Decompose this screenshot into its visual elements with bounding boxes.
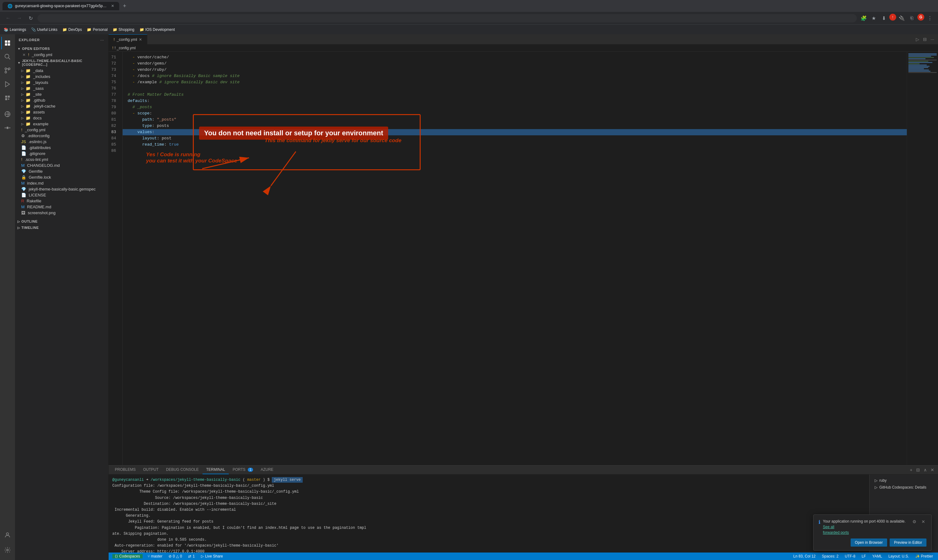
new-tab-button[interactable]: + bbox=[120, 2, 129, 11]
folder-data[interactable]: ▷ 📁 _data bbox=[15, 68, 108, 74]
terminal-tab-azure[interactable]: AZURE bbox=[257, 466, 277, 474]
file-config[interactable]: ! _config.yml bbox=[15, 127, 108, 133]
folder-sass[interactable]: ▷ 📁 _sass bbox=[15, 85, 108, 91]
open-editors-header[interactable]: ▼ OPEN EDITORS bbox=[15, 46, 108, 52]
back-button[interactable]: ← bbox=[4, 14, 12, 22]
errors-status[interactable]: ⊘ 0 △ 0 bbox=[167, 554, 183, 558]
address-bar[interactable]: guneycansanli-glowing-space-parakeet-rpx… bbox=[37, 14, 857, 22]
file-gemspec[interactable]: 💎 jekyll-theme-basically-basic.gemspec bbox=[15, 186, 108, 192]
explorer-icon[interactable] bbox=[1, 37, 14, 49]
menu-icon[interactable]: ⋮ bbox=[926, 14, 934, 22]
terminal-split-button[interactable]: ⊟ bbox=[915, 467, 921, 473]
file-scss-lint[interactable]: ! .scss-lint.yml bbox=[15, 157, 108, 162]
live-share-status[interactable]: ▷ Live Share bbox=[200, 554, 224, 558]
run-button[interactable]: ▷ bbox=[915, 36, 921, 42]
terminal-tab-output[interactable]: OUTPUT bbox=[139, 466, 162, 474]
file-screenshot[interactable]: 🖼 screenshot.png bbox=[15, 210, 108, 216]
folder-docs[interactable]: ▷ 📁 docs bbox=[15, 115, 108, 121]
accounts-activity-icon[interactable] bbox=[1, 529, 14, 541]
sidebar-more-actions[interactable]: ··· bbox=[100, 37, 105, 43]
file-gemfile[interactable]: 💎 Gemfile bbox=[15, 168, 108, 174]
branch-status[interactable]: ⑂ master bbox=[147, 554, 164, 558]
file-index[interactable]: M index.md bbox=[15, 180, 108, 186]
sync-status[interactable]: ⇄ 1 bbox=[187, 554, 196, 558]
file-gemfile-lock[interactable]: 🔒 Gemfile.lock bbox=[15, 174, 108, 180]
tab-close[interactable]: ✕ bbox=[139, 37, 142, 42]
terminal-tab-terminal[interactable]: TERMINAL bbox=[202, 466, 229, 474]
outline-header[interactable]: ▷ OUTLINE bbox=[15, 218, 108, 225]
file-gitattributes[interactable]: 📄 .gitattributes bbox=[15, 145, 108, 151]
file-gitignore[interactable]: 📄 .gitignore bbox=[15, 151, 108, 157]
folder-github[interactable]: ▷ 📁 .github bbox=[15, 97, 108, 103]
notification-settings-button[interactable]: ⚙ bbox=[911, 518, 918, 525]
downloads-icon[interactable]: ⬇ bbox=[879, 14, 888, 22]
bookmark-shopping[interactable]: 📁 Shopping bbox=[113, 28, 134, 32]
notification-close-button[interactable]: ✕ bbox=[920, 518, 926, 525]
bookmark-ios[interactable]: 📁 IOS Development bbox=[139, 28, 175, 32]
open-editor-close-icon[interactable]: ✕ bbox=[22, 53, 26, 57]
more-actions-button[interactable]: ··· bbox=[929, 36, 935, 42]
timeline-header[interactable]: ▷ TIMELINE bbox=[15, 225, 108, 231]
terminal-add-button[interactable]: + bbox=[909, 467, 914, 473]
bookmark-icon[interactable]: ★ bbox=[869, 14, 878, 22]
git-activity-icon[interactable] bbox=[1, 122, 14, 134]
terminal-codespaces-item[interactable]: ▷ GitHub Codespaces: Details bbox=[872, 484, 935, 491]
layout-status[interactable]: Layout: U.S. bbox=[887, 554, 910, 558]
extensions-icon[interactable]: 🧩 bbox=[859, 14, 868, 22]
cursor-position-status[interactable]: Ln 83, Col 12 bbox=[792, 554, 817, 558]
project-header[interactable]: ▼ JEKYLL-THEME-BASICALLY-BASIC [CODESPAC… bbox=[15, 58, 108, 68]
reload-button[interactable]: ↻ bbox=[26, 14, 35, 22]
preview-in-editor-button[interactable]: Preview in Editor bbox=[890, 538, 926, 546]
bookmark-useful-links[interactable]: 📎 Useful Links bbox=[31, 28, 57, 32]
terminal-content[interactable]: @guneycansanli ➜ /workspaces/jekyll-them… bbox=[109, 475, 869, 552]
terminal-maximize-button[interactable]: ∧ bbox=[923, 467, 928, 473]
terminal-tab-problems[interactable]: PROBLEMS bbox=[111, 466, 139, 474]
settings-activity-icon[interactable] bbox=[1, 544, 14, 556]
cast-icon[interactable]: ⎗ bbox=[907, 14, 916, 22]
split-editor-button[interactable]: ⊟ bbox=[922, 36, 928, 42]
terminal-shell-item-ruby[interactable]: ▷ ruby bbox=[872, 477, 935, 484]
file-rakefile[interactable]: R Rakefile bbox=[15, 198, 108, 204]
search-activity-icon[interactable] bbox=[1, 51, 14, 63]
line-ending-status[interactable]: LF bbox=[860, 554, 867, 558]
spaces-status[interactable]: Spaces: 2 bbox=[821, 554, 840, 558]
tab-close-icon[interactable]: ✕ bbox=[111, 4, 114, 8]
language-status[interactable]: YAML bbox=[871, 554, 883, 558]
editor-tab-config[interactable]: ! _config.yml ✕ bbox=[109, 34, 147, 44]
bookmark-ios-icon: 📁 bbox=[139, 28, 144, 32]
file-changelog[interactable]: M CHANGELOG.md bbox=[15, 162, 108, 168]
codespaces-status[interactable]: ⟨⟩ Codespaces bbox=[112, 554, 143, 558]
source-control-activity-icon[interactable] bbox=[1, 64, 14, 77]
folder-example[interactable]: ▷ 📁 example bbox=[15, 121, 108, 127]
terminal-tab-debug[interactable]: DEBUG CONSOLE bbox=[162, 466, 202, 474]
code-content[interactable]: - vendor/cache/ - vendor/gems/ - vendor/… bbox=[123, 52, 907, 465]
notification-link[interactable]: See allforwarded ports bbox=[823, 525, 849, 535]
file-readme[interactable]: M README.md bbox=[15, 204, 108, 210]
open-in-browser-button[interactable]: Open in Browser bbox=[851, 538, 887, 546]
file-license[interactable]: 📄 LICENSE bbox=[15, 192, 108, 198]
bookmark-learnings[interactable]: 📚 Learnings bbox=[4, 28, 26, 32]
terminal-tab-ports[interactable]: PORTS 1 bbox=[229, 466, 257, 474]
bookmark-devops[interactable]: 📁 DevOps bbox=[62, 28, 82, 32]
folder-assets[interactable]: ▷ 📁 assets bbox=[15, 109, 108, 115]
forward-button[interactable]: → bbox=[15, 14, 24, 22]
folder-layouts[interactable]: ▷ 📁 _layouts bbox=[15, 80, 108, 85]
folder-site[interactable]: ▷ 📁 _site bbox=[15, 91, 108, 97]
terminal-output-2: Theme Config file: /workspaces/jekyll-th… bbox=[112, 489, 865, 495]
folder-jekyll-cache[interactable]: ▷ 📁 .jekyll-cache bbox=[15, 103, 108, 109]
file-eslintrc[interactable]: JS .eslintrc.js bbox=[15, 139, 108, 145]
bookmark-personal[interactable]: 📁 Personal bbox=[87, 28, 107, 32]
file-editorconfig[interactable]: ⚙ .editorconfig bbox=[15, 133, 108, 139]
folder-includes[interactable]: ▷ 📁 _includes bbox=[15, 74, 108, 80]
browser-tab[interactable]: 🌐 guneycansanli-glowing-space-parakeet-r… bbox=[3, 2, 119, 10]
encoding-status[interactable]: UTF-8 bbox=[844, 554, 856, 558]
open-editor-config-item[interactable]: ✕ ! _config.yml bbox=[15, 52, 108, 58]
profile-avatar[interactable]: G bbox=[917, 14, 924, 21]
remote-activity-icon[interactable] bbox=[1, 108, 14, 120]
puzzle-icon[interactable]: 🔌 bbox=[898, 14, 906, 22]
breadcrumb-filename[interactable]: ! _config.yml bbox=[114, 46, 136, 50]
terminal-close-button[interactable]: ✕ bbox=[929, 467, 935, 473]
prettier-status[interactable]: ✨ Prettier bbox=[914, 554, 934, 558]
debug-activity-icon[interactable] bbox=[1, 78, 14, 91]
extensions-activity-icon[interactable] bbox=[1, 92, 14, 104]
